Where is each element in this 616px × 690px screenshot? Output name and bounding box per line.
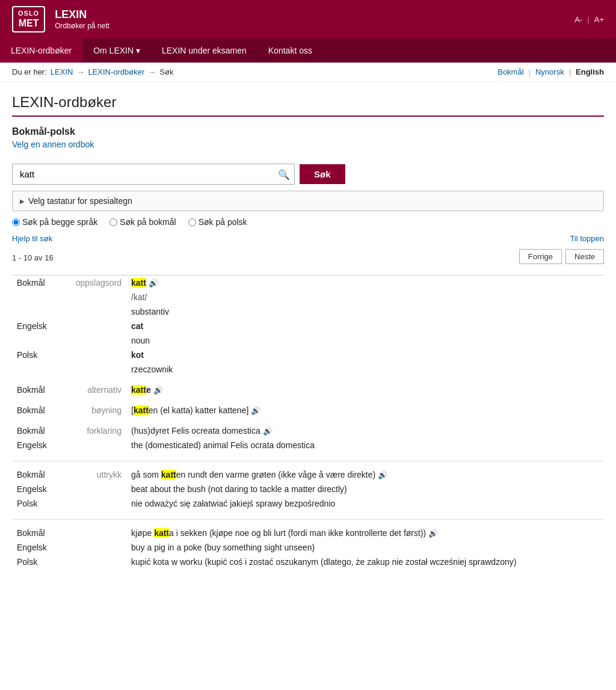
font-decrease[interactable]: A- — [574, 15, 582, 24]
table-row: Polsk kupić kota w worku (kupić coś i zo… — [12, 555, 604, 569]
breadcrumb: Du er her: LEXIN → LEXIN-ordbøker → Søk — [12, 67, 173, 76]
divider-row — [12, 511, 604, 519]
search-row: 🔍 Søk — [12, 164, 604, 185]
breadcrumb-ordboker[interactable]: LEXIN-ordbøker — [88, 67, 144, 76]
table-row: Bokmål bøyning [katten (el katta) katter… — [12, 403, 604, 417]
lang-cell: Polsk — [12, 555, 66, 569]
special-chars-label: Velg tastatur for spesialtegn — [28, 196, 132, 206]
content-cell: buy a pig in a poke (buy something sight… — [126, 540, 604, 555]
radio-polsk[interactable]: Søk på polsk — [188, 217, 247, 227]
breadcrumb-prefix: Du er her: — [12, 67, 47, 76]
table-row: Polsk nie odważyć się załatwiać jakiejś … — [12, 496, 604, 511]
search-input-wrap: 🔍 — [12, 164, 295, 185]
lang-bokmal[interactable]: Bokmål — [497, 67, 523, 76]
header-subtitle: Ordbøker på nett — [55, 22, 109, 30]
table-row: Bokmål alternativ katte 🔊 — [12, 383, 604, 397]
breadcrumb-current: Søk — [159, 67, 173, 76]
lang-cell: Bokmål — [12, 403, 66, 417]
lang-cell: Engelsk — [12, 438, 66, 452]
type-cell — [66, 348, 126, 362]
sound-icon[interactable]: 🔊 — [428, 529, 438, 538]
header-font-controls: A- | A+ — [574, 15, 604, 24]
table-row: Bokmål oppslagsord katt 🔊 — [12, 276, 604, 291]
site-header: OSLO MET LEXIN Ordbøker på nett A- | A+ — [0, 0, 616, 39]
prev-button[interactable]: Forrige — [519, 249, 562, 264]
header-left: OSLO MET LEXIN Ordbøker på nett — [12, 6, 109, 32]
type-cell — [66, 496, 126, 511]
nav-item-kontakt[interactable]: Kontakt oss — [257, 39, 323, 63]
lang-cell — [12, 290, 66, 304]
table-row: substantiv — [12, 304, 604, 319]
sound-icon[interactable]: 🔊 — [149, 279, 158, 288]
search-radio-group: Søk på begge språk Søk på bokmål Søk på … — [12, 217, 604, 227]
radio-bokmal[interactable]: Søk på bokmål — [109, 217, 176, 227]
content-cell: kot — [126, 348, 604, 362]
radio-polsk-label: Søk på polsk — [199, 217, 247, 227]
nav-item-om-lexin[interactable]: Om LEXIN ▾ — [82, 39, 151, 63]
language-switcher: Bokmål | Nynorsk | English — [497, 67, 604, 76]
lang-cell: Bokmål — [12, 526, 66, 540]
logo[interactable]: OSLO MET — [12, 6, 45, 32]
sound-icon[interactable]: 🔊 — [153, 386, 163, 395]
highlight: katt — [161, 470, 176, 479]
table-row: Bokmål forklaring (hus)dyret Felis ocrea… — [12, 424, 604, 438]
nav-item-eksamen[interactable]: LEXIN under eksamen — [151, 39, 257, 63]
search-section: 🔍 Søk ▶ Velg tastatur for spesialtegn Sø… — [12, 164, 604, 227]
radio-begge-input[interactable] — [12, 218, 20, 226]
lang-nynorsk[interactable]: Nynorsk — [535, 67, 564, 76]
main-content: LEXIN-ordbøker Bokmål-polsk Velg en anne… — [0, 82, 616, 581]
radio-polsk-input[interactable] — [188, 218, 196, 226]
content-cell: gå som katten rundt den varme grøten (ik… — [126, 467, 604, 482]
lang-cell — [12, 362, 66, 377]
breadcrumb-bar: Du er her: LEXIN → LEXIN-ordbøker → Søk … — [0, 63, 616, 82]
lang-cell: Engelsk — [12, 319, 66, 333]
type-cell — [66, 482, 126, 496]
type-cell: bøyning — [66, 403, 126, 417]
help-link[interactable]: Hjelp til søk — [12, 234, 52, 243]
lang-english[interactable]: English — [576, 67, 604, 76]
header-title: LEXIN — [55, 8, 109, 22]
type-cell — [66, 304, 126, 319]
table-row: Bokmål uttrykk gå som katten rundt den v… — [12, 467, 604, 482]
to-top-link[interactable]: Til toppen — [570, 234, 604, 243]
lang-cell — [12, 333, 66, 348]
highlight: katt — [131, 385, 146, 395]
row-separator — [12, 417, 604, 424]
radio-bokmal-input[interactable] — [109, 218, 117, 226]
type-cell — [66, 555, 126, 569]
next-button[interactable]: Neste — [565, 249, 604, 264]
content-cell: rzeczownik — [126, 362, 604, 377]
lang-cell: Engelsk — [12, 482, 66, 496]
radio-begge[interactable]: Søk på begge språk — [12, 217, 97, 227]
type-cell: alternativ — [66, 383, 126, 397]
type-cell — [66, 290, 126, 304]
table-row: /kat/ — [12, 290, 604, 304]
lang-cell: Bokmål — [12, 276, 66, 291]
table-row: rzeczownik — [12, 362, 604, 377]
lang-sep-1: | — [529, 67, 531, 76]
pagination-header: Hjelp til søk Til toppen — [12, 234, 604, 243]
breadcrumb-lexin[interactable]: LEXIN — [51, 67, 73, 76]
search-input[interactable] — [12, 164, 295, 185]
pagination-buttons: Forrige Neste — [519, 249, 604, 264]
table-row: Polsk kot — [12, 348, 604, 362]
nav-item-lexin-ordboker[interactable]: LEXIN-ordbøker — [0, 39, 82, 63]
content-cell: substantiv — [126, 304, 604, 319]
sound-icon[interactable]: 🔊 — [251, 406, 260, 415]
sound-icon[interactable]: 🔊 — [378, 470, 387, 479]
font-increase[interactable]: A+ — [594, 15, 604, 24]
type-cell — [66, 362, 126, 377]
table-row: Bokmål kjøpe katta i sekken (kjøpe noe o… — [12, 526, 604, 540]
search-button[interactable]: Søk — [300, 164, 345, 184]
logo-met: MET — [19, 17, 39, 29]
sound-icon[interactable]: 🔊 — [263, 427, 273, 436]
row-separator — [12, 377, 604, 383]
change-dict-link[interactable]: Velg en annen ordbok — [12, 140, 94, 149]
highlight: katt — [154, 528, 169, 538]
content-cell: beat about the bush (not daring to tackl… — [126, 482, 604, 496]
content-cell: kjøpe katta i sekken (kjøpe noe og bli l… — [126, 526, 604, 540]
search-icon-button[interactable]: 🔍 — [278, 168, 290, 180]
lang-cell: Bokmål — [12, 424, 66, 438]
type-cell — [66, 333, 126, 348]
special-chars-box[interactable]: ▶ Velg tastatur for spesialtegn — [12, 191, 604, 211]
